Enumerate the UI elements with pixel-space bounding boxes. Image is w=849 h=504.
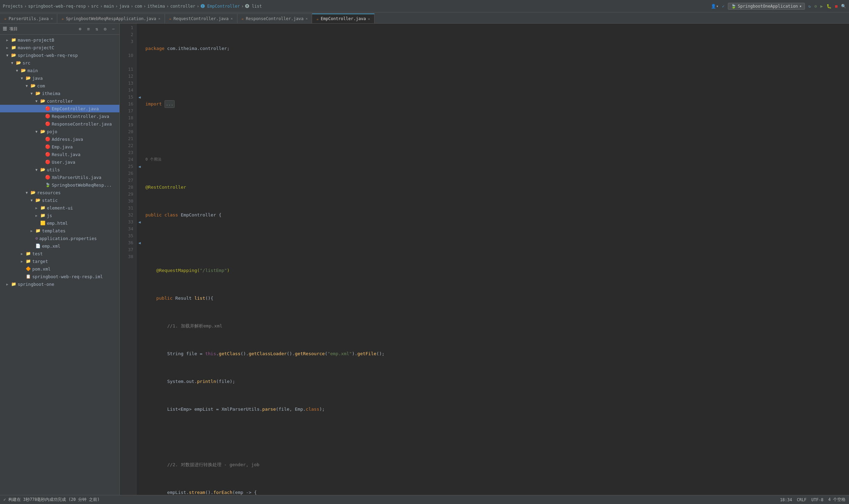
tab-empcontroller[interactable]: ☕ EmpController.java ✕ (312, 14, 375, 23)
code-line-21: //2. 对数据进行转换处理 - gender, job (145, 461, 849, 468)
ln-12: 12 (120, 73, 133, 80)
breadcrumb-src[interactable]: src (91, 4, 99, 9)
user-icon[interactable]: 👤▾ (711, 4, 718, 9)
iml-icon: 📋 (26, 274, 31, 279)
sidebar-sort-icon[interactable]: ⇅ (94, 26, 100, 32)
ln-29: 29 (120, 191, 133, 198)
tree-item-src[interactable]: ▼ 📂 src (0, 59, 119, 67)
breadcrumb-main[interactable]: main (104, 4, 114, 9)
tree-item-empcontroller[interactable]: 🔴 EmpController.java (0, 105, 119, 112)
sidebar-collapse-icon[interactable]: ≡ (85, 26, 92, 32)
import-collapse[interactable]: ... (165, 100, 175, 108)
tree-item-xmlparser[interactable]: 🔴 XmlParserUtils.java (0, 173, 119, 181)
tab-responsecontroller[interactable]: ☕ ResponseController.java ✕ (237, 14, 312, 23)
code-line-15: public Result list(){ (145, 295, 849, 302)
run-config-selector[interactable]: 🍃 SpringbootOneApplication ▾ (728, 3, 805, 10)
status-right: 18:34 CRLF UTF-8 4 个空格 (780, 497, 846, 502)
tree-item-user[interactable]: 🔴 User.java (0, 158, 119, 166)
tree-item-emp[interactable]: 🔴 Emp.java (0, 143, 119, 151)
ln-28: 28 (120, 184, 133, 191)
status-line-ending[interactable]: CRLF (797, 497, 807, 502)
sidebar-settings-icon[interactable]: ⚙ (102, 26, 108, 32)
tree-item-iml[interactable]: 📋 springboot-web-req-resp.iml (0, 273, 119, 280)
tab-close[interactable]: ✕ (231, 17, 233, 20)
tree-item-js[interactable]: ▶ 📁 js (0, 212, 119, 219)
tree-label: EmpController.java (52, 106, 99, 111)
tab-close[interactable]: ✕ (305, 17, 308, 20)
tree-item-pom[interactable]: 🔶 pom.xml (0, 265, 119, 273)
gi-23 (136, 149, 143, 156)
breadcrumb-empcontroller[interactable]: 🅒 EmpController (201, 4, 240, 9)
vcs-icon[interactable]: ✓ (722, 4, 724, 9)
tree-label: resources (37, 190, 61, 195)
tree-item-requestcontroller[interactable]: 🔴 RequestController.java (0, 112, 119, 120)
tree-item-empxml[interactable]: 📄 emp.xml (0, 242, 119, 250)
tree-item-main[interactable]: ▼ 📂 main (0, 67, 119, 74)
tree-item-maven-c[interactable]: ▶ 📁 maven-projectC (0, 44, 119, 51)
tree-label: test (32, 251, 43, 256)
breadcrumb-com[interactable]: com (135, 4, 142, 9)
folder-open-icon: 📂 (35, 198, 41, 203)
gi-34 (136, 225, 143, 232)
folder-icon: 📁 (26, 251, 31, 256)
tree-item-target[interactable]: ▶ 📁 target (0, 257, 119, 265)
tree-item-pojo[interactable]: ▼ 📂 pojo (0, 128, 119, 135)
tree-item-controller[interactable]: ▼ 📂 controller (0, 97, 119, 105)
tree-label: SpringbootWebReqResp... (52, 182, 112, 188)
breadcrumb-controller[interactable]: controller (170, 4, 195, 9)
tree-item-java[interactable]: ▼ 📂 java (0, 74, 119, 82)
arrow-icon: ▼ (31, 92, 35, 95)
code-container[interactable]: 1 2 3 10 11 12 13 14 15 16 17 18 19 20 2… (120, 24, 849, 495)
arrow-icon: ▼ (21, 76, 26, 80)
breadcrumb-itheima[interactable]: itheima (148, 4, 165, 9)
gi-21 (136, 135, 143, 142)
gi-13 (136, 80, 143, 87)
tab-requestcontroller[interactable]: ☕ RequestController.java ✕ (165, 14, 237, 23)
tab-close[interactable]: ✕ (158, 17, 160, 20)
status-charset[interactable]: UTF-8 (812, 497, 824, 502)
refresh-icon[interactable]: ↻ (808, 4, 811, 9)
tree-item-emphtml[interactable]: 🟨 emp.html (0, 219, 119, 227)
breadcrumb-java[interactable]: java (119, 4, 129, 9)
tab-parserutils[interactable]: ☕ ParserUtils.java ✕ (0, 14, 57, 23)
gi-37 (136, 246, 143, 253)
tree-item-springbootapp[interactable]: 🍃 SpringbootWebReqResp... (0, 181, 119, 189)
tree-item-com[interactable]: ▼ 📂 com (0, 82, 119, 89)
tree-item-templates[interactable]: ▶ 📁 templates (0, 227, 119, 234)
stop-icon[interactable]: ■ (835, 4, 838, 9)
sidebar-minimize-icon[interactable]: − (110, 26, 117, 32)
tree-item-element-ui[interactable]: ▶ 📁 element-ui (0, 204, 119, 212)
build-icon[interactable]: ⚙ (814, 4, 817, 9)
tree-item-result[interactable]: 🔴 Result.java (0, 151, 119, 158)
tree-item-springboot-web[interactable]: ▼ 📂 springboot-web-req-resp (0, 51, 119, 59)
tab-close[interactable]: ✕ (51, 17, 53, 20)
code-line-2 (145, 73, 849, 80)
breadcrumb-list: 🅜 list (245, 4, 262, 9)
tab-springbootapp[interactable]: ☕ SpringbootWebReqRespApplication.java ✕ (57, 14, 165, 23)
tree-item-resources[interactable]: ▼ 📂 resources (0, 189, 119, 196)
tab-label: EmpController.java (321, 16, 366, 21)
folder-icon: 📁 (11, 45, 16, 50)
tree-item-address[interactable]: 🔴 Address.java (0, 135, 119, 143)
run-icon[interactable]: ▶ (821, 4, 823, 9)
gi-25: ◀ (136, 163, 143, 170)
tree-item-static[interactable]: ▼ 📂 static (0, 196, 119, 204)
gi-27 (136, 177, 143, 184)
debug-icon[interactable]: 🐛 (826, 4, 832, 9)
tree-item-maven-b[interactable]: ▶ 📁 maven-projectB (0, 36, 119, 44)
tree-item-appprops[interactable]: ⚙ application.properties (0, 234, 119, 242)
tree-item-utils[interactable]: ▼ 📂 utils (0, 166, 119, 173)
status-indent[interactable]: 4 个空格 (828, 497, 846, 502)
code-editor[interactable]: package com.itheima.controller; import .… (143, 24, 849, 495)
tab-close[interactable]: ✕ (368, 17, 370, 21)
tree-item-test[interactable]: ▶ 📁 test (0, 250, 119, 257)
gi-26 (136, 170, 143, 177)
breadcrumb-project[interactable]: springboot-web-req-resp (28, 4, 86, 9)
search-icon[interactable]: 🔍 (841, 4, 846, 9)
ln-2: 2 (120, 31, 133, 38)
tree-item-responsecontroller[interactable]: 🔴 ResponseController.java (0, 120, 119, 128)
tree-item-itheima[interactable]: ▼ 📂 itheima (0, 89, 119, 97)
sidebar-locate-icon[interactable]: ⊕ (77, 26, 83, 32)
tree-item-springboot-one[interactable]: ▶ 📁 springboot-one (0, 280, 119, 288)
breadcrumb-projects[interactable]: Projects (3, 4, 23, 9)
